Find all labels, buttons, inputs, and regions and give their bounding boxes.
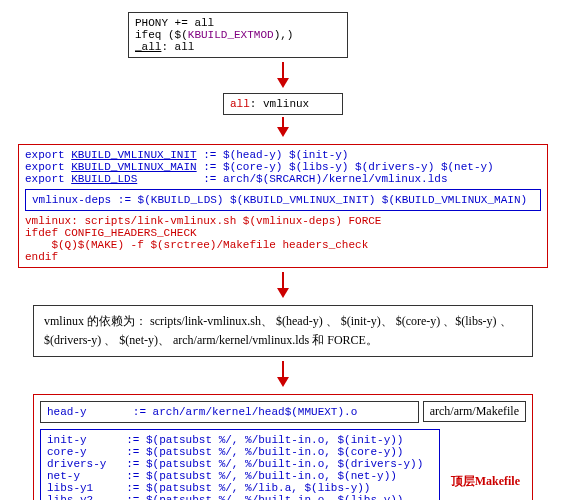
arrow-icon <box>8 117 558 140</box>
arrow-icon <box>8 361 558 390</box>
code-line: export KBUILD_VMLINUX_INIT := $(head-y) … <box>25 149 541 161</box>
code-box-all: all: vmlinux <box>223 93 343 115</box>
label-arch-makefile: arch/arm/Makefile <box>423 401 526 422</box>
code-line: init-y := $(patsubst %/, %/built-in.o, $… <box>47 434 433 446</box>
svg-marker-5 <box>277 288 289 298</box>
code-line: all: vmlinux <box>230 98 336 110</box>
code-box-phony: PHONY += all ifeq ($(KBUILD_EXTMOD),) _a… <box>128 12 348 58</box>
code-line: libs-y1 := $(patsubst %/, %/lib.a, $(lib… <box>47 482 433 494</box>
code-line: endif <box>25 251 541 263</box>
code-line: vmlinux: scripts/link-vmlinux.sh $(vmlin… <box>25 215 541 227</box>
code-line: net-y := $(patsubst %/, %/built-in.o, $(… <box>47 470 433 482</box>
svg-marker-7 <box>277 377 289 387</box>
description-text: vmlinux 的依赖为： scripts/link-vmlinux.sh、 $… <box>44 314 512 347</box>
description-box-deps: vmlinux 的依赖为： scripts/link-vmlinux.sh、 $… <box>33 305 533 357</box>
code-line: export KBUILD_LDS := arch/$(SRCARCH)/ker… <box>25 173 541 185</box>
code-line: vmlinux-deps := $(KBUILD_LDS) $(KBUILD_V… <box>32 194 534 206</box>
code-line: head-y := arch/arm/kernel/head$(MMUEXT).… <box>47 406 412 418</box>
label-top-makefile: 顶层Makefile <box>451 473 520 490</box>
arrow-icon <box>8 272 558 301</box>
code-line: ifdef CONFIG_HEADERS_CHECK <box>25 227 541 239</box>
code-box-deps: vmlinux-deps := $(KBUILD_LDS) $(KBUILD_V… <box>25 189 541 211</box>
svg-marker-1 <box>277 78 289 88</box>
svg-marker-3 <box>277 127 289 137</box>
code-box-heady: head-y := arch/arm/kernel/head$(MMUEXT).… <box>40 401 419 423</box>
code-box-patsubst: init-y := $(patsubst %/, %/built-in.o, $… <box>40 429 440 500</box>
code-line: _all: all <box>135 41 341 53</box>
code-line: drivers-y := $(patsubst %/, %/built-in.o… <box>47 458 433 470</box>
code-line: core-y := $(patsubst %/, %/built-in.o, $… <box>47 446 433 458</box>
code-line: PHONY += all <box>135 17 341 29</box>
code-line: libs-y2 := $(patsubst %/, %/built-in.o, … <box>47 494 433 500</box>
code-box-vars: head-y := arch/arm/kernel/head$(MMUEXT).… <box>33 394 533 500</box>
arrow-icon <box>8 62 558 91</box>
code-line: export KBUILD_VMLINUX_MAIN := $(core-y) … <box>25 161 541 173</box>
code-line: ifeq ($(KBUILD_EXTMOD),) <box>135 29 341 41</box>
code-box-exports: export KBUILD_VMLINUX_INIT := $(head-y) … <box>18 144 548 268</box>
head-row: head-y := arch/arm/kernel/head$(MMUEXT).… <box>40 399 526 425</box>
diagram-container: PHONY += all ifeq ($(KBUILD_EXTMOD),) _a… <box>0 0 566 500</box>
code-line: $(Q)$(MAKE) -f $(srctree)/Makefile heade… <box>25 239 541 251</box>
